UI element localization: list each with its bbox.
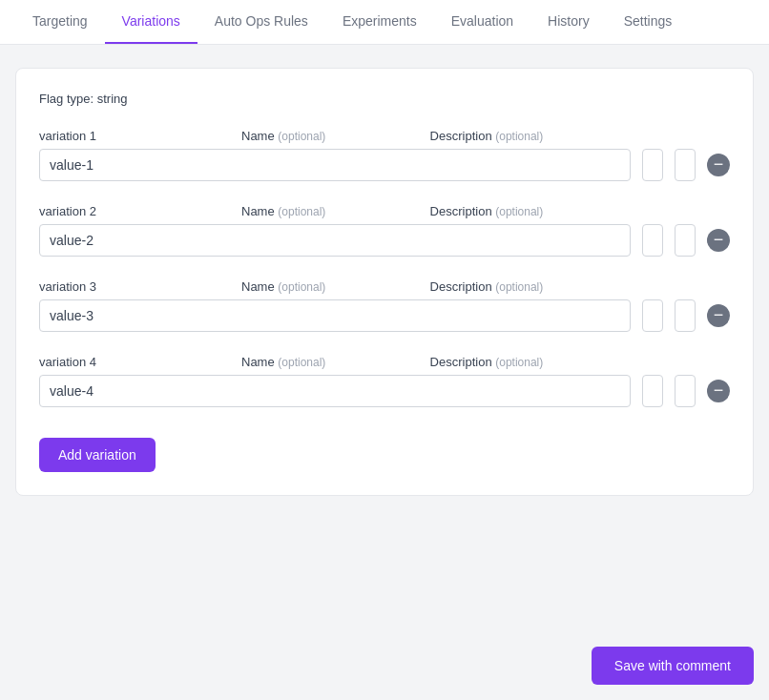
minus-icon-2: −	[714, 231, 724, 248]
flag-type-label: Flag type: string	[39, 92, 730, 106]
variation-labels-4: variation 4 Name (optional) Description …	[39, 355, 730, 369]
variation-name-input-4[interactable]	[642, 375, 663, 407]
desc-optional-3: (optional)	[495, 280, 543, 294]
variation-description-input-3[interactable]	[675, 299, 696, 332]
variation-name-label-3: Name (optional)	[241, 279, 419, 294]
variation-labels-1: variation 1 Name (optional) Description …	[39, 129, 730, 143]
variation-labels-3: variation 3 Name (optional) Description …	[39, 279, 730, 294]
variation-desc-label-2: Description (optional)	[430, 204, 696, 218]
variation-label-2: variation 2	[39, 204, 230, 218]
variation-label-4: variation 4	[39, 355, 230, 369]
tab-targeting[interactable]: Targeting	[15, 0, 105, 44]
variation-desc-label-1: Description (optional)	[430, 129, 696, 143]
nav-tabs: Targeting Variations Auto Ops Rules Expe…	[0, 0, 769, 45]
desc-optional-4: (optional)	[495, 356, 543, 369]
variation-label-3: variation 3	[39, 279, 230, 294]
tab-auto-ops-rules[interactable]: Auto Ops Rules	[197, 0, 325, 44]
variation-value-input-2[interactable]	[39, 224, 631, 257]
variation-row-3: variation 3 Name (optional) Description …	[39, 279, 730, 332]
variation-name-label-2: Name (optional)	[241, 204, 419, 218]
variation-value-input-1[interactable]	[39, 149, 631, 181]
variation-label-1: variation 1	[39, 129, 230, 143]
minus-icon-3: −	[714, 306, 724, 323]
variation-row-1: variation 1 Name (optional) Description …	[39, 129, 730, 181]
variation-name-label-4: Name (optional)	[241, 355, 419, 369]
variation-description-input-2[interactable]	[675, 224, 696, 257]
variation-fields-3: −	[39, 299, 730, 332]
name-optional-1: (optional)	[278, 130, 325, 143]
tab-experiments[interactable]: Experiments	[325, 0, 434, 44]
variation-desc-label-4: Description (optional)	[430, 355, 696, 369]
variation-fields-2: −	[39, 224, 730, 257]
minus-icon-1: −	[714, 155, 724, 173]
variation-value-input-3[interactable]	[39, 299, 631, 332]
variation-fields-4: −	[39, 375, 730, 407]
name-optional-2: (optional)	[278, 205, 325, 218]
variation-description-input-1[interactable]	[675, 149, 696, 181]
remove-variation-button-4[interactable]: −	[707, 380, 730, 402]
variation-row-4: variation 4 Name (optional) Description …	[39, 355, 730, 407]
tab-variations[interactable]: Variations	[105, 0, 197, 44]
variation-labels-2: variation 2 Name (optional) Description …	[39, 204, 730, 218]
variation-row-2: variation 2 Name (optional) Description …	[39, 204, 730, 257]
minus-icon-4: −	[714, 381, 724, 399]
variation-fields-1: −	[39, 149, 730, 181]
tab-evaluation[interactable]: Evaluation	[434, 0, 530, 44]
variation-name-label-1: Name (optional)	[241, 129, 419, 143]
variation-name-input-2[interactable]	[642, 224, 663, 257]
desc-optional-2: (optional)	[495, 205, 543, 218]
variations-container: variation 1 Name (optional) Description …	[39, 129, 730, 407]
variation-name-input-3[interactable]	[642, 299, 663, 332]
remove-variation-button-3[interactable]: −	[707, 304, 730, 327]
variation-desc-label-3: Description (optional)	[430, 279, 696, 294]
variations-card: Flag type: string variation 1 Name (opti…	[15, 68, 754, 496]
variation-value-input-4[interactable]	[39, 375, 631, 407]
add-variation-button[interactable]: Add variation	[39, 438, 156, 472]
tab-history[interactable]: History	[530, 0, 607, 44]
name-optional-3: (optional)	[278, 280, 325, 294]
tab-settings[interactable]: Settings	[607, 0, 690, 44]
desc-optional-1: (optional)	[495, 130, 543, 143]
main-content: Flag type: string variation 1 Name (opti…	[0, 45, 769, 519]
variation-description-input-4[interactable]	[675, 375, 696, 407]
name-optional-4: (optional)	[278, 356, 325, 369]
variation-name-input-1[interactable]	[642, 149, 663, 181]
remove-variation-button-2[interactable]: −	[707, 229, 730, 252]
remove-variation-button-1[interactable]: −	[707, 154, 730, 176]
